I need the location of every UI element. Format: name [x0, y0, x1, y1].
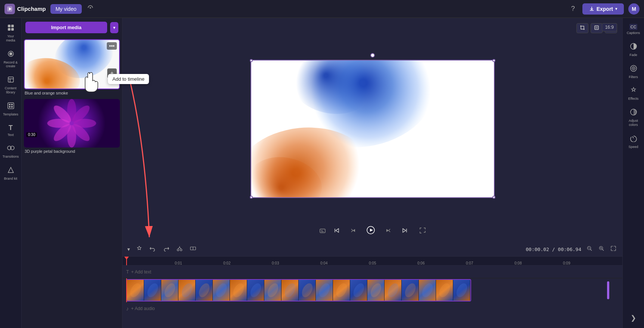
- handle-br[interactable]: [492, 196, 495, 199]
- add-audio-label[interactable]: + Add audio: [131, 306, 155, 311]
- video-track-row: [122, 278, 622, 302]
- play-pause-button[interactable]: [364, 224, 377, 238]
- right-sidebar-hide-button[interactable]: ❯: [628, 311, 639, 325]
- import-dropdown-button[interactable]: ▾: [110, 22, 118, 33]
- sidebar-item-transitions[interactable]: Transitions: [1, 141, 21, 162]
- sidebar-item-brand-kit[interactable]: Brand kit: [1, 163, 21, 184]
- right-sidebar-item-fade[interactable]: Fade: [624, 40, 643, 60]
- center-content: ••• 16:9: [122, 18, 622, 328]
- filters-label: Filters: [629, 75, 638, 79]
- handle-tl[interactable]: [250, 59, 253, 62]
- sidebar-item-content-library[interactable]: Content library: [1, 73, 21, 98]
- svg-rect-19: [320, 229, 325, 233]
- media-more-btn-1[interactable]: •••: [107, 42, 117, 50]
- timeline-section: ▾ 00:00.02 / 00:06.94: [122, 242, 622, 328]
- sidebar-item-record[interactable]: Record & create: [1, 47, 21, 72]
- video-title-button[interactable]: My video: [50, 4, 82, 14]
- ruler-mark-2: 0:02: [223, 261, 272, 265]
- svg-rect-3: [8, 25, 10, 27]
- preview-video-canvas: [251, 61, 494, 197]
- right-sidebar-item-filters[interactable]: Filters: [624, 62, 643, 82]
- sidebar-item-label-templates: Templates: [3, 112, 18, 117]
- ruler-mark-6: 0:06: [417, 261, 466, 265]
- ruler-mark-9: 0:09: [563, 261, 612, 265]
- brand-kit-icon: [7, 166, 15, 176]
- smoke-thumb-canvas: [25, 40, 119, 89]
- rotation-handle[interactable]: [370, 53, 375, 58]
- fullscreen-button[interactable]: [419, 227, 426, 236]
- handle-tr[interactable]: [492, 59, 495, 62]
- zoom-in-button[interactable]: [596, 244, 607, 254]
- svg-point-8: [9, 52, 12, 55]
- right-sidebar-item-speed[interactable]: Speed: [624, 131, 643, 152]
- petal-thumb-canvas: [24, 99, 120, 148]
- svg-rect-4: [11, 25, 14, 27]
- timeline-collapse-button[interactable]: ▾: [126, 245, 131, 253]
- aspect-ratio-badge: 16:9: [602, 23, 617, 31]
- right-sidebar-item-adjust-colors[interactable]: Adjust colors: [624, 105, 643, 130]
- sidebar-item-text[interactable]: T Text: [1, 121, 21, 140]
- handle-bl[interactable]: [250, 196, 253, 199]
- media-panel: Import media ▾ ••• + Blue and orange smo…: [22, 18, 122, 328]
- redo-button[interactable]: [161, 244, 171, 254]
- right-sidebar-item-effects[interactable]: Effects: [624, 83, 643, 104]
- media-thumb-1[interactable]: ••• +: [24, 39, 120, 89]
- filters-icon: [630, 65, 637, 74]
- app-logo: Clipchamp: [4, 4, 46, 14]
- logo-icon: [4, 4, 15, 14]
- sidebar-item-label-brand: Brand kit: [4, 177, 18, 181]
- ruler-mark-1: 0:01: [175, 261, 223, 265]
- help-button[interactable]: ?: [568, 3, 578, 14]
- media-item-blue-orange-smoke[interactable]: ••• + Blue and orange smoke: [24, 39, 120, 96]
- preview-bottom-controls: [319, 221, 426, 240]
- app-name: Clipchamp: [17, 6, 46, 12]
- fit-button[interactable]: [591, 23, 603, 33]
- ruler-mark-3: 0:03: [272, 261, 320, 265]
- topbar: Clipchamp My video ? Export ▾ M: [0, 0, 644, 18]
- timeline-video-strip[interactable]: [126, 279, 471, 301]
- sidebar-item-label-transitions: Transitions: [3, 155, 19, 159]
- timeline-tracks-area: 0:01 0:02 0:03 0:04 0:05 0:06 0:07 0:08 …: [122, 257, 622, 328]
- crop-button[interactable]: [576, 23, 588, 33]
- sidebar-item-templates[interactable]: Templates: [1, 99, 21, 120]
- transitions-icon: [7, 144, 15, 154]
- sidebar-item-label-text: Text: [7, 133, 14, 137]
- captions-toggle[interactable]: [319, 227, 326, 235]
- media-thumb-2[interactable]: 0:30: [24, 99, 120, 148]
- templates-icon: [7, 102, 15, 111]
- timeline-right-handle[interactable]: [607, 281, 609, 299]
- cut-button[interactable]: [174, 244, 185, 254]
- right-sidebar-item-captions[interactable]: CC Captions: [624, 21, 643, 38]
- svg-point-23: [180, 249, 182, 251]
- undo-button[interactable]: [147, 244, 158, 254]
- skip-forward-button[interactable]: [399, 226, 410, 237]
- content-library-icon: [7, 76, 15, 85]
- media-add-btn-1[interactable]: +: [107, 68, 117, 78]
- add-text-label[interactable]: + Add text: [131, 269, 151, 275]
- sidebar-item-your-media[interactable]: Your media: [1, 21, 21, 46]
- svg-rect-9: [8, 77, 13, 82]
- effects-label: Effects: [628, 97, 638, 101]
- fit-timeline-button[interactable]: [608, 244, 619, 254]
- rewind-5-button[interactable]: [348, 226, 359, 237]
- right-sidebar: CC Captions Fade Filters Effects Adjus: [622, 18, 644, 328]
- magic-button[interactable]: [134, 244, 144, 254]
- svg-point-2: [90, 7, 91, 9]
- fade-icon: [630, 43, 637, 52]
- split-button[interactable]: [188, 244, 198, 254]
- forward-5-button[interactable]: [383, 226, 394, 237]
- preview-area: ••• 16:9: [122, 18, 622, 242]
- export-button[interactable]: Export ▾: [582, 3, 624, 15]
- svg-rect-10: [8, 103, 14, 109]
- text-track-row: T + Add text: [122, 266, 622, 278]
- skip-back-button[interactable]: [331, 226, 342, 237]
- import-media-button[interactable]: Import media: [25, 22, 107, 33]
- media-grid: ••• + Blue and orange smoke 0:30 3D purp…: [22, 37, 122, 328]
- svg-marker-21: [370, 229, 373, 232]
- media-item-purple-petal[interactable]: 0:30 3D purple petal background: [24, 99, 120, 154]
- fade-label: Fade: [629, 53, 637, 57]
- save-status-icon: [86, 4, 94, 14]
- zoom-out-button[interactable]: [584, 244, 595, 254]
- your-media-icon: [7, 24, 15, 33]
- user-avatar[interactable]: M: [628, 3, 640, 15]
